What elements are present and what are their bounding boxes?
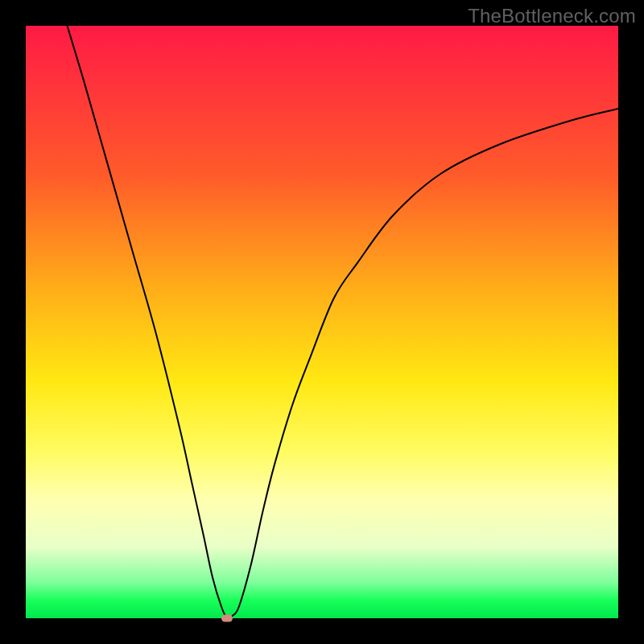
- plot-area: [26, 26, 618, 618]
- chart-frame: TheBottleneck.com: [0, 0, 644, 644]
- minimum-marker: [221, 615, 233, 622]
- bottleneck-curve: [68, 26, 618, 619]
- curve-svg: [26, 26, 618, 618]
- watermark-text: TheBottleneck.com: [468, 5, 636, 27]
